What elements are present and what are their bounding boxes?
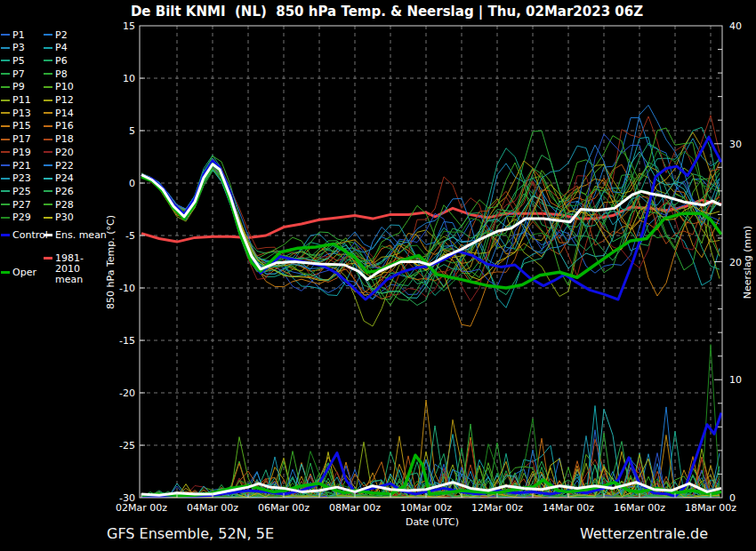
- legend-item-p7-label: P7: [12, 68, 25, 80]
- legend-item-p3-swatch: [1, 47, 10, 49]
- legend-item-p16-swatch: [44, 125, 52, 127]
- legend-item-clim-mean: 1981-2010 mean: [44, 253, 106, 266]
- x-tick-label: 08Mar 00z: [329, 502, 381, 514]
- legend-item-p5-swatch: [1, 60, 10, 61]
- legend-item-p2: P2: [44, 28, 68, 41]
- legend-item-p11-swatch: [1, 100, 10, 101]
- legend-item-p9-label: P9: [12, 81, 25, 92]
- legend-item-p4: P4: [44, 42, 68, 54]
- legend-item-p12-label: P12: [55, 94, 74, 106]
- legend-item-clim-mean-label: 1981-2010 mean: [55, 253, 106, 285]
- legend-item-p22-label: P22: [55, 160, 74, 172]
- legend-item-p30-label: P30: [55, 212, 74, 223]
- legend-item-p20-label: P20: [55, 147, 74, 158]
- y-right-tick-label: 40: [729, 20, 742, 32]
- y-axis-label-left: 850 hPa Temp. (°C): [105, 215, 117, 309]
- legend-item-p14: P14: [44, 107, 74, 119]
- legend-item-p16-label: P16: [55, 120, 74, 132]
- legend-item-control-swatch: [1, 234, 10, 236]
- x-tick-label: 04Mar 00z: [187, 502, 238, 514]
- legend-item-p3-label: P3: [12, 42, 25, 53]
- y-right-tick-label: 20: [729, 257, 742, 268]
- legend-item-p24-label: P24: [55, 172, 74, 184]
- legend-item-p17-swatch: [1, 139, 10, 140]
- legend-item-p12: P12: [44, 94, 74, 107]
- legend-item-p5-label: P5: [12, 55, 25, 67]
- legend-item-p25-swatch: [1, 190, 10, 192]
- legend-item-p19-label: P19: [12, 147, 31, 158]
- legend-item-p29-label: P29: [12, 212, 31, 223]
- legend-item-p8: P8: [44, 68, 68, 80]
- legend-item-oper-label: Oper: [12, 267, 36, 278]
- legend-item-p10-label: P10: [55, 81, 74, 92]
- legend-item-p22: P22: [44, 159, 74, 172]
- x-tick-label: 12Mar 00z: [471, 502, 523, 514]
- legend-item-p10-swatch: [44, 86, 52, 88]
- legend-item-ens-mean-swatch: [44, 234, 52, 236]
- legend-item-p17: P17: [1, 133, 31, 146]
- legend-item-p29-swatch: [1, 217, 10, 219]
- legend-item-p18: P18: [44, 133, 74, 146]
- legend-item-p13-label: P13: [12, 108, 31, 119]
- series-group: [141, 105, 721, 498]
- legend-item-p17-label: P17: [12, 133, 31, 145]
- legend-item-p8-label: P8: [55, 68, 68, 80]
- legend-item-p16: P16: [44, 120, 74, 132]
- x-tick-label: 02Mar 00z: [116, 502, 167, 514]
- legend-item-p2-label: P2: [55, 29, 68, 41]
- legend-item-p23-swatch: [1, 178, 10, 180]
- legend-item-p28: P28: [44, 198, 74, 211]
- legend-item-p26: P26: [44, 185, 74, 197]
- legend-item-p9-swatch: [1, 86, 10, 88]
- legend-item-p27-label: P27: [12, 199, 31, 211]
- legend-item-p3: P3: [1, 42, 25, 54]
- ensemble-chart: 151050-5-10-15-20-25-3040302010002Mar 00…: [0, 0, 756, 551]
- x-tick-label: 18Mar 00z: [685, 502, 736, 514]
- legend-item-p30-swatch: [44, 217, 52, 219]
- legend-item-p19-swatch: [1, 151, 10, 153]
- legend-item-p21: P21: [1, 159, 31, 172]
- plot-border: [140, 26, 722, 498]
- legend-item-ens-mean-label: Ens. mean: [55, 229, 107, 241]
- y-right-tick-label: 10: [729, 374, 742, 386]
- legend-item-p26-label: P26: [55, 186, 74, 197]
- y-right-tick-label: 30: [729, 139, 742, 150]
- legend-item-p13: P13: [1, 107, 31, 119]
- legend-item-p15: P15: [1, 120, 31, 132]
- chart-title: De Bilt KNMI (NL) 850 hPa Temp. & Neersl…: [131, 4, 643, 20]
- legend-item-p30: P30: [44, 212, 74, 224]
- legend-item-p12-swatch: [44, 100, 52, 101]
- legend-item-p20-swatch: [44, 151, 52, 153]
- legend-item-ens-mean: Ens. mean: [44, 228, 107, 241]
- legend-item-p4-swatch: [44, 47, 52, 49]
- legend-item-p7: P7: [1, 68, 25, 80]
- legend-item-p24-swatch: [44, 178, 52, 180]
- legend-item-p23-label: P23: [12, 172, 31, 184]
- y-left-tick-label: -25: [119, 440, 135, 451]
- x-tick-label: 14Mar 00z: [543, 502, 594, 514]
- legend-item-p21-swatch: [1, 164, 10, 166]
- legend-item-p19: P19: [1, 146, 31, 158]
- legend-item-p25: P25: [1, 185, 31, 197]
- x-tick-label: 06Mar 00z: [258, 502, 310, 514]
- legend-item-p9: P9: [1, 81, 25, 93]
- legend-item-p11: P11: [1, 94, 31, 107]
- legend-item-p1: P1: [1, 28, 25, 41]
- legend-item-p2-swatch: [44, 34, 52, 36]
- legend-item-clim-mean-swatch: [44, 257, 52, 260]
- legend-item-p15-label: P15: [12, 120, 31, 132]
- x-axis-label: Date (UTC): [406, 516, 459, 528]
- legend-item-oper-swatch: [1, 271, 10, 274]
- legend-item-p11-label: P11: [12, 94, 31, 106]
- legend-item-p25-label: P25: [12, 186, 31, 197]
- legend-item-oper: Oper: [1, 266, 36, 278]
- legend-item-p6-swatch: [44, 60, 52, 61]
- legend-item-p28-swatch: [44, 204, 52, 205]
- legend-item-p20: P20: [44, 146, 74, 158]
- legend-item-p1-swatch: [1, 34, 10, 36]
- legend-item-p29: P29: [1, 212, 31, 224]
- legend-item-p4-label: P4: [55, 42, 68, 53]
- legend-item-p15-swatch: [1, 125, 10, 127]
- legend-item-p23: P23: [1, 172, 31, 185]
- legend-item-p18-label: P18: [55, 133, 74, 145]
